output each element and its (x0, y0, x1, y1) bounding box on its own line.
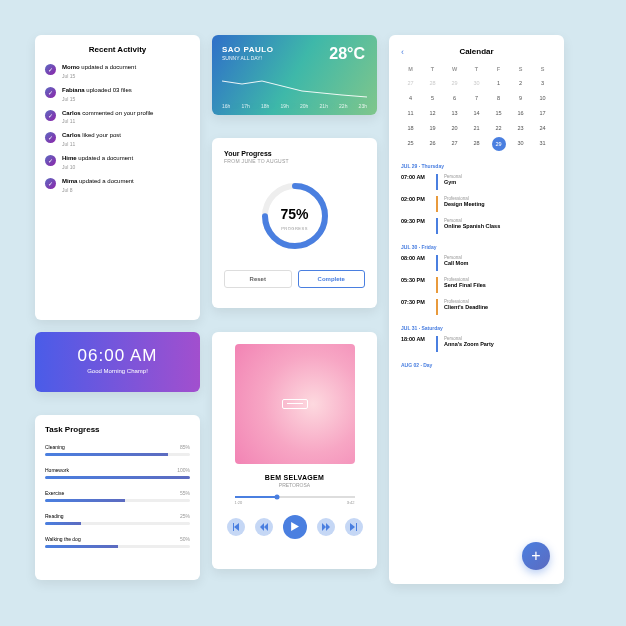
task-item: Reading25% (45, 513, 190, 525)
total-time: 3:42 (347, 500, 355, 505)
activity-item[interactable]: ✓Carlos liked your postJul 11 (45, 132, 190, 147)
calendar-day[interactable]: 26 (423, 137, 442, 151)
calendar-day[interactable]: 23 (511, 122, 530, 134)
calendar-title: Calendar (459, 47, 493, 56)
activity-item[interactable]: ✓Momo updated a documentJul 15 (45, 64, 190, 79)
event-item[interactable]: 02:00 PMProfessionalDesign Meeting (401, 196, 552, 212)
calendar-day[interactable]: 1 (489, 77, 508, 89)
complete-button[interactable]: Complete (298, 270, 366, 288)
calendar-day[interactable]: 20 (445, 122, 464, 134)
calendar-dow: S (511, 64, 530, 74)
check-icon: ✓ (45, 178, 56, 189)
calendar-day[interactable]: 14 (467, 107, 486, 119)
calendar-dow: T (467, 64, 486, 74)
calendar-day[interactable]: 7 (467, 92, 486, 104)
artist-name: PRETOROSA (279, 482, 310, 488)
calendar-day[interactable]: 10 (533, 92, 552, 104)
calendar-day[interactable]: 24 (533, 122, 552, 134)
event-item[interactable]: 09:30 PMPersonalOnline Spanish Class (401, 218, 552, 234)
activity-item[interactable]: ✓Mima updated a documentJul 8 (45, 178, 190, 193)
clock-time: 06:00 AM (49, 346, 186, 366)
calendar-day[interactable]: 6 (445, 92, 464, 104)
cassette-icon (282, 399, 308, 409)
progress-title: Your Progress (224, 150, 365, 157)
calendar-day[interactable]: 27 (445, 137, 464, 151)
clock-card: 06:00 AM Good Morning Champ! (35, 332, 200, 392)
calendar-day[interactable]: 15 (489, 107, 508, 119)
progress-percent: 75% (280, 207, 308, 223)
weather-hour: 22h (339, 103, 347, 109)
day-label: JUL 29 · Thursday (401, 163, 552, 169)
calendar-day[interactable]: 29 (445, 77, 464, 89)
weather-hour: 19h (281, 103, 289, 109)
forward-button[interactable] (317, 518, 335, 536)
calendar-day[interactable]: 28 (467, 137, 486, 151)
calendar-day[interactable]: 27 (401, 77, 420, 89)
calendar-dow: W (445, 64, 464, 74)
weather-temp: 28°C (329, 45, 365, 63)
next-track-button[interactable] (345, 518, 363, 536)
calendar-day[interactable]: 18 (401, 122, 420, 134)
task-item: Cleaning85% (45, 444, 190, 456)
activity-item[interactable]: ✓Hime updated a documentJul 10 (45, 155, 190, 170)
progress-sub: FROM JUNE TO AUGUST (224, 158, 365, 164)
calendar-day[interactable]: 22 (489, 122, 508, 134)
calendar-day[interactable]: 13 (445, 107, 464, 119)
calendar-day[interactable]: 31 (533, 137, 552, 151)
calendar-day[interactable]: 19 (423, 122, 442, 134)
rewind-button[interactable] (255, 518, 273, 536)
weather-hour: 23h (359, 103, 367, 109)
play-button[interactable] (283, 515, 307, 539)
calendar-day[interactable]: 25 (401, 137, 420, 151)
weather-hour: 20h (300, 103, 308, 109)
activity-item[interactable]: ✓Fabiana uploaded 03 filesJul 15 (45, 87, 190, 102)
check-icon: ✓ (45, 87, 56, 98)
event-item[interactable]: 07:30 PMProfessionalClient's Deadline (401, 299, 552, 315)
progress-card: Your Progress FROM JUNE TO AUGUST 75% PR… (212, 138, 377, 308)
add-event-button[interactable]: + (522, 542, 550, 570)
progress-label: PROGRESS (281, 226, 308, 231)
recent-activity-card: Recent Activity ✓Momo updated a document… (35, 35, 200, 320)
calendar-day[interactable]: 11 (401, 107, 420, 119)
event-item[interactable]: 08:00 AMPersonalCall Mom (401, 255, 552, 271)
event-item[interactable]: 07:00 AMPersonalGym (401, 174, 552, 190)
calendar-day[interactable]: 29 (492, 137, 506, 151)
calendar-day[interactable]: 12 (423, 107, 442, 119)
calendar-day[interactable]: 17 (533, 107, 552, 119)
task-progress-card: Task Progress Cleaning85%Homework100%Exe… (35, 415, 200, 580)
weather-chart (222, 76, 367, 101)
day-label: JUL 31 · Saturday (401, 325, 552, 331)
album-art (235, 344, 355, 464)
prev-track-button[interactable] (227, 518, 245, 536)
reset-button[interactable]: Reset (224, 270, 292, 288)
task-item: Homework100% (45, 467, 190, 479)
calendar-day[interactable]: 30 (511, 137, 530, 151)
check-icon: ✓ (45, 64, 56, 75)
recent-activity-title: Recent Activity (45, 45, 190, 54)
calendar-day[interactable]: 3 (533, 77, 552, 89)
progress-ring: 75% PROGRESS (224, 176, 365, 256)
calendar-day[interactable]: 2 (511, 77, 530, 89)
event-item[interactable]: 05:30 PMProfessionalSend Final Files (401, 277, 552, 293)
calendar-dow: S (533, 64, 552, 74)
calendar-day[interactable]: 9 (511, 92, 530, 104)
calendar-day[interactable]: 28 (423, 77, 442, 89)
track-name: BEM SELVAGEM (265, 474, 324, 481)
calendar-back-icon[interactable]: ‹ (401, 47, 404, 57)
calendar-day[interactable]: 8 (489, 92, 508, 104)
calendar-day[interactable]: 4 (401, 92, 420, 104)
activity-item[interactable]: ✓Carlos commented on your profileJul 11 (45, 110, 190, 125)
seek-bar[interactable] (235, 496, 355, 498)
weather-hour: 17h (242, 103, 250, 109)
calendar-day[interactable]: 21 (467, 122, 486, 134)
event-item[interactable]: 18:00 AMPersonalAnna's Zoom Party (401, 336, 552, 352)
weather-card: SAO PAULO SUNNY ALL DAY! 28°C 16h17h18h1… (212, 35, 377, 115)
calendar-dow: F (489, 64, 508, 74)
calendar-day[interactable]: 16 (511, 107, 530, 119)
calendar-dow: T (423, 64, 442, 74)
calendar-day[interactable]: 30 (467, 77, 486, 89)
task-progress-title: Task Progress (45, 425, 190, 434)
calendar-day[interactable]: 5 (423, 92, 442, 104)
task-item: Exercise55% (45, 490, 190, 502)
weather-hour: 16h (222, 103, 230, 109)
